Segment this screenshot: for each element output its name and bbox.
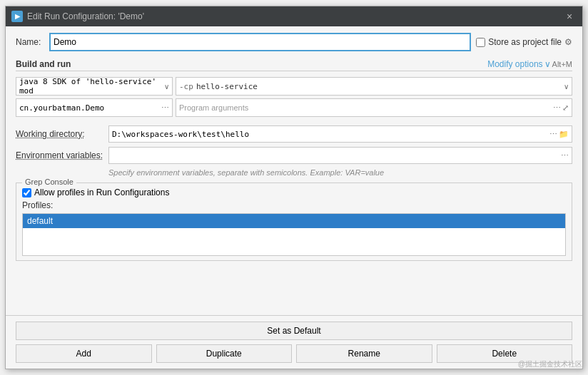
build-run-section-header: Build and run Modify options ∨ Alt+M	[16, 59, 572, 71]
main-class-field[interactable]: cn.yourbatman.Demo ⋯	[16, 98, 173, 117]
dialog-footer: Set as Default Add Duplicate Rename Dele…	[6, 315, 582, 369]
sdk-select[interactable]: java 8 SDK of 'hello-service' mod ∨	[16, 77, 173, 96]
profile-item-default[interactable]: default	[23, 214, 565, 228]
working-dir-label: Working directory:	[16, 129, 108, 139]
close-button[interactable]: ×	[562, 9, 577, 24]
allow-profiles-row: Allow profiles in Run Configurations	[22, 188, 566, 197]
profile-name: default	[27, 216, 53, 226]
store-project-checkbox[interactable]	[476, 38, 485, 47]
working-dir-field[interactable]: D:\workspaces-work\test\hello ⋯ 📁	[108, 125, 572, 143]
store-project-container: Store as project file ⚙	[476, 37, 572, 47]
env-vars-row: Environment variables: ⋯	[16, 147, 572, 164]
grep-console-section: Grep Console Allow profiles in Run Confi…	[16, 183, 572, 261]
app-icon: ▶	[11, 11, 23, 22]
working-dir-value: D:\workspaces-work\test\hello	[112, 130, 249, 139]
cp-value: hello-service	[196, 82, 258, 91]
build-run-title: Build and run	[16, 59, 71, 69]
env-vars-label: Environment variables:	[16, 150, 108, 160]
env-vars-hint: Specify environment variables, separate …	[108, 168, 572, 177]
set-default-row: Set as Default	[16, 322, 572, 340]
gear-icon[interactable]: ⚙	[564, 37, 572, 47]
duplicate-button[interactable]: Duplicate	[156, 344, 293, 363]
env-vars-browse-icon[interactable]: ⋯	[561, 151, 569, 160]
profiles-list[interactable]: default	[22, 213, 566, 256]
modify-options-button[interactable]: Modify options ∨ Alt+M	[487, 59, 572, 69]
prog-args-expand-icon[interactable]: ⤢	[562, 103, 569, 113]
prog-args-browse-icon[interactable]: ⋯	[553, 103, 561, 113]
grep-console-label: Grep Console	[22, 178, 76, 186]
program-args-placeholder: Program arguments	[179, 103, 248, 112]
cp-select[interactable]: -cp hello-service ∨	[176, 77, 572, 96]
name-label: Name:	[16, 37, 44, 47]
working-dir-row: Working directory: D:\workspaces-work\te…	[16, 125, 572, 143]
env-vars-field[interactable]: ⋯	[108, 147, 572, 164]
program-args-field[interactable]: Program arguments ⋯ ⤢	[176, 98, 572, 117]
cp-dropdown-arrow: ∨	[564, 83, 569, 91]
add-button[interactable]: Add	[16, 344, 152, 363]
name-row: Name: Store as project file ⚙	[16, 34, 572, 51]
allow-profiles-checkbox[interactable]	[22, 188, 31, 197]
working-dir-browse-icon[interactable]: ⋯	[549, 130, 557, 139]
dialog-title: Edit Run Configuration: 'Demo'	[27, 11, 144, 21]
main-class-value: cn.yourbatman.Demo	[19, 103, 104, 113]
set-default-button[interactable]: Set as Default	[16, 322, 572, 340]
main-class-browse-icon[interactable]: ⋯	[161, 103, 169, 113]
action-row: Add Duplicate Rename Delete	[16, 344, 572, 363]
working-dir-folder-icon[interactable]: 📁	[559, 130, 569, 139]
build-row-1: java 8 SDK of 'hello-service' mod ∨ -cp …	[16, 77, 572, 96]
cp-flag: -cp	[179, 82, 193, 91]
rename-button[interactable]: Rename	[296, 344, 432, 363]
store-project-label: Store as project file	[488, 37, 562, 47]
allow-profiles-label: Allow profiles in Run Configurations	[34, 188, 169, 197]
watermark: @掘土掘金技术社区	[518, 359, 582, 369]
title-bar: ▶ Edit Run Configuration: 'Demo' ×	[6, 6, 582, 26]
modify-options-shortcut: Alt+M	[552, 60, 572, 68]
build-row-2: cn.yourbatman.Demo ⋯ Program arguments ⋯…	[16, 98, 572, 117]
sdk-value: java 8 SDK of 'hello-service' mod	[19, 77, 164, 96]
sdk-dropdown-arrow: ∨	[164, 83, 169, 91]
name-input[interactable]	[50, 34, 470, 51]
dialog-body: Name: Store as project file ⚙ Build and …	[6, 26, 582, 315]
profiles-section-label: Profiles:	[22, 200, 566, 210]
